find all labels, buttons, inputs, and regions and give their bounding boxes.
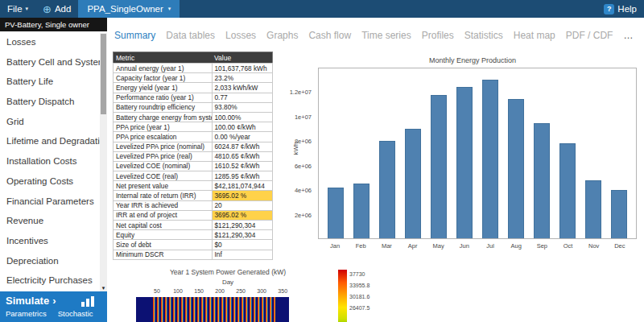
simulate-label: Simulate <box>6 295 49 307</box>
metric-value-cell: 100.00 ¢/kWh <box>212 122 273 132</box>
tab-profiles[interactable]: Profiles <box>422 30 454 41</box>
x-tick-label: Jan <box>327 242 343 250</box>
sidebar-item-installation-costs[interactable]: Installation Costs <box>0 151 100 171</box>
table-row: Size of debt$0 <box>114 240 273 250</box>
metric-value-cell: 100.00% <box>212 112 273 122</box>
bar-feb <box>353 184 369 238</box>
metric-value-cell: Inf <box>212 250 273 259</box>
sidebar-item-battery-dispatch[interactable]: Battery Dispatch <box>0 92 100 112</box>
metric-value-cell: 4810.65 ¢/kWh <box>212 151 273 161</box>
metric-name-cell: Battery charge energy from system <box>114 112 213 122</box>
simulate-panel: Simulate › Parametrics Stochastic <box>0 291 107 322</box>
heatmap-x-tick: 150 <box>194 288 204 294</box>
simulate-button[interactable]: Simulate › <box>6 295 56 307</box>
y-tick-label: 2e+06 <box>276 211 312 218</box>
y-tick-label: 6e+06 <box>276 162 312 169</box>
case-tab-label: PPA_SingleOwner <box>87 4 163 14</box>
metric-value-cell: 1610.52 ¢/kWh <box>212 161 273 171</box>
x-tick-label: Aug <box>508 242 524 250</box>
heatmap-x-tick: 50 <box>154 288 160 294</box>
simulate-row: Simulate › <box>0 291 107 308</box>
file-menu[interactable]: File ▾ <box>0 0 35 18</box>
tab-pdf-cdf[interactable]: PDF / CDF <box>566 30 613 41</box>
case-tab[interactable]: PPA_SingleOwner ▾ <box>78 0 180 18</box>
add-case-button[interactable]: ⊕ Add <box>35 0 78 18</box>
scrollbar-thumb[interactable] <box>101 34 106 114</box>
case-type-header: PV-Battery, Single owner <box>0 18 107 31</box>
table-row: Minimum DSCRInf <box>114 250 273 259</box>
table-row: IRR at end of project3695.02 % <box>114 210 273 220</box>
sidebar-item-grid[interactable]: Grid <box>0 112 100 132</box>
bar-mar <box>379 141 395 238</box>
sidebar-item-electricity-purchases[interactable]: Electricity Purchases <box>0 270 100 291</box>
chevron-down-icon: ▾ <box>26 6 29 12</box>
tab-data-tables[interactable]: Data tables <box>166 30 215 41</box>
sidebar-item-operating-costs[interactable]: Operating Costs <box>0 171 100 192</box>
metric-name-cell: Year IRR is achieved <box>114 200 213 210</box>
colorbar-tick-label: 26407.5 <box>349 305 369 311</box>
x-tick-label: Feb <box>353 242 369 250</box>
y-tick-label: 4e+06 <box>276 187 312 194</box>
heatmap-x-tick: 300 <box>257 288 266 294</box>
metrics-header-row: Metric Value <box>114 52 273 64</box>
tabs-overflow-icon[interactable]: … <box>623 30 634 41</box>
sidebar-item-losses[interactable]: Losses <box>0 32 100 52</box>
table-row: Energy yield (year 1)2,033 kWh/kW <box>114 83 273 93</box>
metric-name-cell: Battery roundtrip efficiency <box>114 102 213 112</box>
tab-heat-map[interactable]: Heat map <box>514 30 555 41</box>
tab-graphs[interactable]: Graphs <box>266 30 298 41</box>
table-row: Internal rate of return (IRR)3695.02 % <box>114 191 273 200</box>
heatmap-x-tick: 200 <box>215 288 225 294</box>
colorbar-tick-label: 30181.6 <box>349 294 369 299</box>
bar-jun <box>456 87 473 238</box>
tab-time-series[interactable]: Time series <box>361 30 411 41</box>
bar-plot <box>318 68 637 239</box>
metric-name-cell: Minimum DSCR <box>114 250 213 259</box>
sidebar-item-depreciation[interactable]: Depreciation <box>0 251 100 271</box>
bar-xlabels: JanFebMarAprMayJunJulAugSepOctNovDec <box>318 242 637 250</box>
sidebar-nav: LossesBattery Cell and SystemBattery Lif… <box>0 32 100 291</box>
metric-value-cell: 93.80% <box>212 102 273 112</box>
colorbar-tick-label: 37730 <box>349 271 365 277</box>
sidebar-item-revenue[interactable]: Revenue <box>0 211 100 231</box>
metric-name-cell: Performance ratio (year 1) <box>114 93 213 102</box>
parametrics-button[interactable]: Parametrics <box>6 309 47 318</box>
chevron-down-icon: ▾ <box>168 6 171 12</box>
sidebar-item-financial-parameters[interactable]: Financial Parameters <box>0 192 100 212</box>
chart-icon[interactable] <box>80 294 102 308</box>
bar-apr <box>405 129 421 238</box>
sidebar-item-lifetime-and-degradation[interactable]: Lifetime and Degradation <box>0 131 100 151</box>
metric-value-cell: 20 <box>212 200 273 210</box>
bar-sep <box>534 123 550 238</box>
tab-statistics[interactable]: Statistics <box>464 30 503 41</box>
heatmap-x-tick: 350 <box>278 288 287 294</box>
sidebar-scrollbar[interactable]: ▼ <box>100 32 107 291</box>
metric-value-cell: 6024.87 ¢/kWh <box>212 142 273 151</box>
heatmap-xlabel: Day <box>115 279 341 286</box>
sidebar-item-battery-cell-and-system[interactable]: Battery Cell and System <box>0 52 100 72</box>
bar-nov <box>585 180 601 238</box>
topbar-spacer <box>180 0 597 18</box>
bar-chart-title: Monthly Energy Production <box>307 56 638 64</box>
tab-summary[interactable]: Summary <box>114 30 155 41</box>
metric-name-cell: Levelized COE (nominal) <box>114 161 213 171</box>
stochastic-button[interactable]: Stochastic <box>58 309 93 318</box>
tab-losses[interactable]: Losses <box>225 30 256 41</box>
heatmap-data-streaks <box>153 297 275 322</box>
sidebar-item-battery-life[interactable]: Battery Life <box>0 72 100 92</box>
table-row: Levelized COE (nominal)1610.52 ¢/kWh <box>114 161 273 171</box>
bar-dec <box>611 190 627 238</box>
metric-name-cell: Capacity factor (year 1) <box>114 73 213 83</box>
chevron-right-icon: › <box>52 295 56 307</box>
add-label: Add <box>55 4 71 14</box>
table-row: Levelized PPA price (real)4810.65 ¢/kWh <box>114 151 273 161</box>
help-button[interactable]: ? Help <box>597 0 644 18</box>
metric-value-cell: 3695.02 % <box>212 191 273 200</box>
sidebar-item-incentives[interactable]: Incentives <box>0 231 100 251</box>
table-row: Equity$121,290,304 <box>114 230 273 240</box>
table-row: Year IRR is achieved20 <box>114 200 273 210</box>
scroll-down-icon[interactable]: ▼ <box>100 286 107 291</box>
metric-value-cell: 2,033 kWh/kW <box>212 83 273 93</box>
tab-cash-flow[interactable]: Cash flow <box>308 30 351 41</box>
metric-value-cell: 3695.02 % <box>212 210 273 220</box>
